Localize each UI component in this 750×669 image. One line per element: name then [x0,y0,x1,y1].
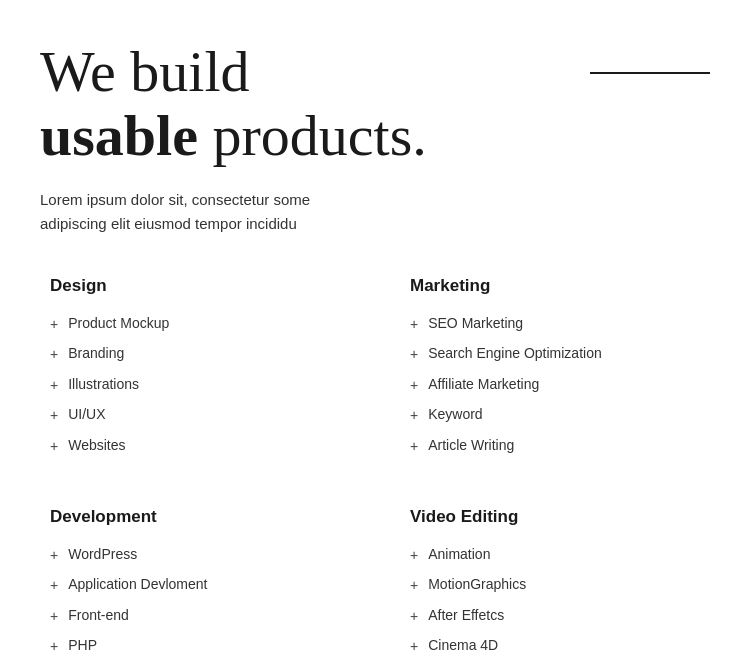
plus-icon: + [50,576,58,596]
plus-icon: + [50,376,58,396]
plus-icon: + [50,546,58,566]
plus-icon: + [50,607,58,627]
plus-icon: + [410,406,418,426]
service-list-design: +Product Mockup+Branding+Illustrations+U… [50,314,350,457]
list-item: +Product Mockup [50,314,350,335]
hero-decorative-line [590,72,710,74]
list-item-text: Search Engine Optimization [428,344,602,364]
list-item-text: Websites [68,436,125,456]
plus-icon: + [50,637,58,657]
list-item-text: SEO Marketing [428,314,523,334]
service-list-development: +WordPress+Application Devloment+Front-e… [50,545,350,669]
plus-icon: + [410,546,418,566]
list-item-text: Article Writing [428,436,514,456]
plus-icon: + [50,406,58,426]
list-item: +Animation [410,545,710,566]
list-item-text: MotionGraphics [428,575,526,595]
list-item: +SEO Marketing [410,314,710,335]
plus-icon: + [50,437,58,457]
list-item-text: Cinema 4D [428,636,498,656]
hero-title-line1: We build [40,39,250,104]
list-item-text: Front-end [68,606,129,626]
list-item-text: Branding [68,344,124,364]
list-item: +Cinema 4D [410,636,710,657]
services-grid: Design+Product Mockup+Branding+Illustrat… [40,276,710,669]
list-item: +PHP [50,636,350,657]
service-column-development: Development+WordPress+Application Devlom… [50,507,350,669]
plus-icon: + [410,315,418,335]
list-item: +Illustrations [50,375,350,396]
service-category-marketing: Marketing [410,276,710,296]
list-item-text: Application Devloment [68,575,207,595]
list-item-text: UI/UX [68,405,105,425]
list-item: +Keyword [410,405,710,426]
page-container: We build usable products. Lorem ipsum do… [0,0,750,669]
plus-icon: + [410,376,418,396]
list-item-text: Product Mockup [68,314,169,334]
list-item-text: Keyword [428,405,482,425]
list-item-text: Animation [428,545,490,565]
list-item-text: Illustrations [68,375,139,395]
hero-title: We build usable products. [40,40,710,168]
list-item: +Front-end [50,606,350,627]
list-item: +UI/UX [50,405,350,426]
service-list-video-editing: +Animation+MotionGraphics+After Effetcs+… [410,545,710,669]
list-item-text: Affiliate Marketing [428,375,539,395]
list-item: +After Effetcs [410,606,710,627]
service-column-video-editing: Video Editing+Animation+MotionGraphics+A… [410,507,710,669]
plus-icon: + [410,576,418,596]
hero-section: We build usable products. Lorem ipsum do… [40,40,710,236]
service-column-marketing: Marketing+SEO Marketing+Search Engine Op… [410,276,710,467]
service-column-design: Design+Product Mockup+Branding+Illustrat… [50,276,350,467]
plus-icon: + [410,607,418,627]
list-item: +Websites [50,436,350,457]
list-item: +Article Writing [410,436,710,457]
list-item: +Affiliate Marketing [410,375,710,396]
plus-icon: + [50,315,58,335]
list-item: +Search Engine Optimization [410,344,710,365]
plus-icon: + [410,437,418,457]
list-item: +Application Devloment [50,575,350,596]
plus-icon: + [410,637,418,657]
list-item: +Branding [50,344,350,365]
hero-desc-line2: adipiscing elit eiusmod tempor incididu [40,215,297,232]
hero-title-rest: products. [198,103,427,168]
hero-title-bold: usable [40,103,198,168]
hero-desc-line1: Lorem ipsum dolor sit, consectetur some [40,191,310,208]
service-category-development: Development [50,507,350,527]
list-item-text: After Effetcs [428,606,504,626]
plus-icon: + [50,345,58,365]
service-category-video-editing: Video Editing [410,507,710,527]
service-category-design: Design [50,276,350,296]
list-item: +MotionGraphics [410,575,710,596]
list-item-text: WordPress [68,545,137,565]
service-list-marketing: +SEO Marketing+Search Engine Optimizatio… [410,314,710,457]
hero-description: Lorem ipsum dolor sit, consectetur some … [40,188,710,236]
list-item-text: PHP [68,636,97,656]
list-item: +WordPress [50,545,350,566]
plus-icon: + [410,345,418,365]
